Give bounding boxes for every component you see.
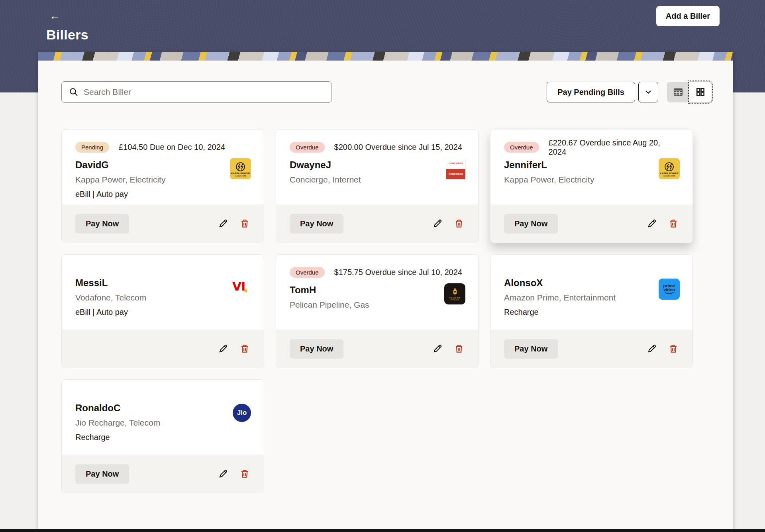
pay-now-button[interactable]: Pay Now xyxy=(75,464,129,484)
edit-button[interactable] xyxy=(216,216,230,231)
status-badge: Overdue xyxy=(290,142,325,153)
biller-card: Overdue $175.75 Overdue since Jul 10, 20… xyxy=(276,254,479,368)
biller-logo: KAPPA POWERSLOGAN HERE xyxy=(659,158,680,179)
page-title: Billers xyxy=(46,27,88,43)
pencil-icon xyxy=(432,344,443,354)
biller-extra: Recharge xyxy=(504,308,679,317)
biller-name: MessiL xyxy=(75,277,250,289)
search-box xyxy=(61,81,332,103)
edit-button[interactable] xyxy=(216,467,230,481)
trash-icon xyxy=(239,469,250,479)
biller-card-footer: Pay Now xyxy=(276,330,478,368)
edit-button[interactable] xyxy=(645,342,659,356)
biller-card: Overdue $200.00 Overdue since Jul 15, 20… xyxy=(276,129,479,243)
biller-card-body: AlonsoX Amazon Prime, Entertainment Rech… xyxy=(490,255,692,330)
table-view-button[interactable] xyxy=(667,82,689,102)
biller-name: AlonsoX xyxy=(504,277,679,289)
status-text: $200.00 Overdue since Jul 15, 2024 xyxy=(334,143,462,152)
biller-card-body: RonaldoC Jio Recharge, Telecom Recharge … xyxy=(62,380,264,455)
biller-provider: Kappa Power, Electricity xyxy=(504,175,679,185)
biller-provider: Vodafone, Telecom xyxy=(75,293,250,302)
biller-card-body: Overdue $175.75 Overdue since Jul 10, 20… xyxy=(276,255,478,330)
status-text: £220.67 Overdue since Aug 20, 2024 xyxy=(549,138,679,157)
content-panel: Pay Pending Bills xyxy=(38,52,733,529)
biller-card: RonaldoC Jio Recharge, Telecom Recharge … xyxy=(61,379,264,493)
status-badge: Pending xyxy=(75,142,109,153)
biller-card: MessiL Vodafone, Telecom eBill | Auto pa… xyxy=(61,254,264,368)
add-biller-button[interactable]: Add a Biller xyxy=(656,6,720,26)
badge-row: Overdue $175.75 Overdue since Jul 10, 20… xyxy=(290,267,465,278)
search-input[interactable] xyxy=(84,87,325,97)
biller-name: TomH xyxy=(290,285,465,296)
pay-pending-bills-button[interactable]: Pay Pending Bills xyxy=(547,82,635,102)
delete-button[interactable] xyxy=(666,342,681,356)
biller-logo: KAPPA POWERSLOGAN HERE xyxy=(230,158,251,179)
chevron-down-icon xyxy=(643,87,653,97)
pencil-icon xyxy=(432,218,443,229)
badge-row: Overdue £220.67 Overdue since Aug 20, 20… xyxy=(504,141,679,153)
biller-card-footer: Pay Now xyxy=(62,330,264,368)
delete-button[interactable] xyxy=(452,216,466,231)
pencil-icon xyxy=(218,469,228,479)
pay-now-button[interactable]: Pay Now xyxy=(504,339,558,359)
biller-card-footer: Pay Now xyxy=(62,455,264,493)
badge-row: Overdue $200.00 Overdue since Jul 15, 20… xyxy=(290,141,465,153)
pay-now-button[interactable]: Pay Now xyxy=(504,214,558,234)
badge-row: Pending £104.50 Due on Dec 10, 2024 xyxy=(75,141,250,153)
biller-card-footer: Pay Now xyxy=(276,204,478,243)
trash-icon xyxy=(668,218,679,229)
biller-provider: Jio Recharge, Telecom xyxy=(75,418,250,428)
status-text: £104.50 Due on Dec 10, 2024 xyxy=(119,143,225,152)
biller-provider: Concierge, Internet xyxy=(290,175,465,185)
search-icon xyxy=(69,87,78,97)
biller-extra: Recharge xyxy=(75,433,250,442)
edit-button[interactable] xyxy=(645,216,659,231)
biller-provider: Kappa Power, Electricity xyxy=(75,175,250,185)
biller-card-footer: Pay Now xyxy=(490,330,692,368)
pay-now-button[interactable]: Pay Now xyxy=(75,214,129,234)
biller-card-body: Overdue $200.00 Overdue since Jul 15, 20… xyxy=(276,130,478,204)
pencil-icon xyxy=(218,218,228,229)
biller-name: DavidG xyxy=(75,159,250,171)
biller-card: Overdue £220.67 Overdue since Aug 20, 20… xyxy=(490,129,693,243)
biller-card: AlonsoX Amazon Prime, Entertainment Rech… xyxy=(490,254,693,368)
bottom-bar xyxy=(0,529,765,532)
grid-view-button[interactable] xyxy=(689,82,712,102)
status-badge: Overdue xyxy=(504,142,539,153)
delete-button[interactable] xyxy=(666,216,681,231)
table-view-icon xyxy=(673,86,684,98)
biller-name: JenniferL xyxy=(504,159,679,171)
biller-logo: Jio xyxy=(233,404,251,422)
pay-pending-dropdown-button[interactable] xyxy=(638,82,658,102)
edit-button[interactable] xyxy=(430,216,445,231)
toolbar-right: Pay Pending Bills xyxy=(547,82,712,102)
biller-logo: PELICANPIPELINE xyxy=(444,283,465,304)
status-badge: Overdue xyxy=(290,267,325,278)
decorative-banner xyxy=(38,52,733,61)
back-button[interactable]: ← xyxy=(49,10,64,22)
trash-icon xyxy=(454,344,464,354)
pay-now-button[interactable]: Pay Now xyxy=(290,214,343,234)
view-toggle xyxy=(667,82,712,102)
delete-button[interactable] xyxy=(237,342,252,356)
biller-logo: primevideo xyxy=(659,279,680,300)
trash-icon xyxy=(454,218,464,229)
biller-card-body: Pending £104.50 Due on Dec 10, 2024 Davi… xyxy=(62,130,264,204)
biller-extra: eBill | Auto pay xyxy=(75,308,250,317)
delete-button[interactable] xyxy=(237,216,252,231)
delete-button[interactable] xyxy=(452,342,466,356)
trash-icon xyxy=(239,218,250,229)
biller-logo: CONCIERGECONCIERGE xyxy=(446,158,465,179)
biller-card: Pending £104.50 Due on Dec 10, 2024 Davi… xyxy=(61,129,264,243)
pencil-icon xyxy=(218,344,228,354)
biller-extra: eBill | Auto pay xyxy=(75,190,250,199)
delete-button[interactable] xyxy=(237,467,252,481)
biller-logo: VI xyxy=(230,279,251,294)
edit-button[interactable] xyxy=(216,342,230,356)
biller-card-footer: Pay Now xyxy=(62,204,264,243)
biller-provider: Amazon Prime, Entertainment xyxy=(504,293,679,302)
pay-now-button[interactable]: Pay Now xyxy=(290,339,343,359)
biller-card-grid: Pending £104.50 Due on Dec 10, 2024 Davi… xyxy=(61,129,693,493)
trash-icon xyxy=(239,344,250,354)
edit-button[interactable] xyxy=(430,342,445,356)
